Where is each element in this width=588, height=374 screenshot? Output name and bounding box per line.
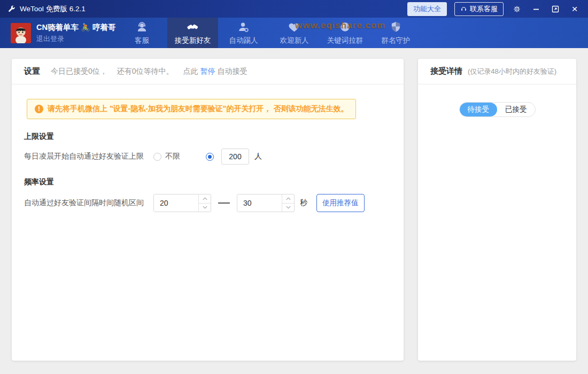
nav-item-auto-kick[interactable]: 自动踢人 bbox=[218, 18, 269, 48]
detail-subtitle: (仅记录48小时内的好友验证) bbox=[468, 67, 556, 76]
max-interval-field[interactable] bbox=[237, 194, 282, 212]
nav-item-label: 接受新好友 bbox=[175, 36, 211, 45]
radio-unlimited-circle[interactable] bbox=[153, 153, 161, 161]
min-interval-field[interactable] bbox=[154, 194, 198, 212]
min-interval-spinners bbox=[198, 194, 211, 212]
handshake-icon bbox=[187, 21, 199, 33]
navbar: CN骑着单车 🚴 哼着哥 退出登录 客服 bbox=[0, 18, 588, 48]
max-interval-spinners bbox=[282, 194, 294, 212]
frequency-row: 自动通过好友验证间隔时间随机区间 bbox=[24, 194, 391, 212]
status-auto-accept: 自动接受 bbox=[218, 67, 247, 76]
detail-panel: 接受详情 (仅记录48小时内的好友验证) 待接受 已接受 bbox=[418, 59, 576, 361]
bubble-icon bbox=[339, 21, 351, 33]
use-recommended-button[interactable]: 使用推荐值 bbox=[316, 194, 365, 212]
tab-pending[interactable]: 待接受 bbox=[460, 103, 498, 116]
user-meta: CN骑着单车 🚴 哼着哥 退出登录 bbox=[36, 22, 116, 44]
nav-item-accept-friends[interactable]: 接受新好友 bbox=[167, 18, 218, 48]
nav-item-label: 关键词拉群 bbox=[327, 36, 363, 45]
contact-support-button[interactable]: 联系客服 bbox=[454, 2, 504, 16]
nav-item-keyword-group[interactable]: 关键词拉群 bbox=[320, 18, 370, 48]
frequency-label: 自动通过好友验证间隔时间随机区间 bbox=[24, 198, 144, 208]
close-button[interactable]: × bbox=[569, 3, 581, 15]
nav-item-welcome[interactable]: 欢迎新人 bbox=[269, 18, 320, 48]
wetool-window: WeTool 免费版 6.2.1 功能大全 联系客服 bbox=[0, 0, 588, 374]
titlebar-left: WeTool 免费版 6.2.1 bbox=[7, 4, 86, 14]
nav-item-label: 群名守护 bbox=[382, 36, 411, 45]
titlebar-right: 功能大全 联系客服 bbox=[407, 2, 581, 16]
max-interval-input bbox=[237, 194, 295, 212]
settings-panel: 设置 今日已接受0位， 还有0位等待中。 点此 暂停 自动接受 ! 请先将手机微… bbox=[12, 59, 404, 361]
limit-row: 每日凌晨开始自动通过好友验证上限 不限 人 bbox=[24, 149, 391, 165]
settings-gear-icon[interactable] bbox=[511, 3, 523, 15]
warning-text: 请先将手机微信上 "设置-隐私-加我为朋友时需要验证"的开关打开， 否则该功能无… bbox=[48, 104, 348, 114]
nav-item-label: 欢迎新人 bbox=[280, 36, 309, 45]
frequency-section-title: 频率设置 bbox=[24, 177, 391, 187]
maximize-button[interactable] bbox=[550, 3, 561, 15]
spin-down-icon[interactable] bbox=[199, 204, 211, 212]
features-button[interactable]: 功能大全 bbox=[407, 2, 447, 16]
warning-banner: ! 请先将手机微信上 "设置-隐私-加我为朋友时需要验证"的开关打开， 否则该功… bbox=[27, 99, 356, 119]
username: CN骑着单车 🚴 哼着哥 bbox=[36, 22, 116, 33]
status-line: 今日已接受0位， 还有0位等待中。 点此 暂停 自动接受 bbox=[51, 67, 247, 76]
spin-down-icon[interactable] bbox=[282, 204, 294, 212]
detail-body: 待接受 已接受 bbox=[418, 84, 576, 117]
spin-up-icon[interactable] bbox=[282, 194, 294, 204]
settings-title: 设置 bbox=[24, 66, 40, 76]
radio-unlimited[interactable]: 不限 bbox=[153, 152, 180, 161]
heart-icon bbox=[288, 21, 300, 33]
contact-support-label: 联系客服 bbox=[470, 4, 498, 14]
limit-unit: 人 bbox=[254, 152, 262, 161]
min-interval-input bbox=[153, 194, 211, 212]
detail-title: 接受详情 bbox=[430, 66, 462, 76]
radio-unlimited-label: 不限 bbox=[165, 152, 180, 161]
nav-item-group-guard[interactable]: 群名守护 bbox=[370, 18, 421, 48]
logout-link[interactable]: 退出登录 bbox=[36, 34, 116, 44]
nav-item-label: 客服 bbox=[135, 36, 149, 45]
tab-accepted[interactable]: 已接受 bbox=[497, 103, 535, 116]
shield-icon bbox=[390, 21, 402, 33]
detail-header: 接受详情 (仅记录48小时内的好友验证) bbox=[418, 59, 576, 84]
frequency-unit: 秒 bbox=[300, 198, 307, 208]
wrench-icon bbox=[7, 5, 16, 13]
accept-status-toggle: 待接受 已接受 bbox=[459, 102, 536, 117]
status-click-here: 点此 bbox=[183, 67, 198, 76]
app-title: WeTool 免费版 6.2.1 bbox=[20, 4, 86, 14]
settings-header: 设置 今日已接受0位， 还有0位等待中。 点此 暂停 自动接受 bbox=[12, 59, 404, 84]
nav-item-label: 自动踢人 bbox=[229, 36, 258, 45]
spin-up-icon[interactable] bbox=[199, 194, 211, 204]
settings-body: ! 请先将手机微信上 "设置-隐私-加我为朋友时需要验证"的开关打开， 否则该功… bbox=[12, 84, 404, 212]
titlebar: WeTool 免费版 6.2.1 功能大全 联系客服 bbox=[0, 0, 588, 18]
status-waiting: 还有0位等待中。 bbox=[117, 67, 174, 76]
daily-limit-input[interactable] bbox=[221, 149, 249, 165]
radio-dot bbox=[208, 155, 212, 159]
range-dash bbox=[218, 202, 230, 204]
kick-user-icon bbox=[237, 21, 250, 33]
nav-item-customer-service[interactable]: 客服 bbox=[117, 18, 167, 48]
nav-items: 客服 接受新好友 自动踢人 bbox=[117, 18, 421, 48]
warning-icon: ! bbox=[35, 105, 43, 113]
minimize-button[interactable] bbox=[530, 3, 542, 15]
avatar bbox=[11, 23, 31, 43]
content-area: 设置 今日已接受0位， 还有0位等待中。 点此 暂停 自动接受 ! 请先将手机微… bbox=[0, 48, 588, 374]
limit-label: 每日凌晨开始自动通过好友验证上限 bbox=[24, 152, 144, 161]
headset-icon bbox=[460, 5, 467, 12]
pause-link[interactable]: 暂停 bbox=[200, 67, 215, 76]
user-block: CN骑着单车 🚴 哼着哥 退出登录 bbox=[0, 18, 117, 48]
headset-agent-icon bbox=[136, 21, 148, 33]
radio-limited[interactable] bbox=[206, 153, 214, 161]
status-accepted-today: 今日已接受0位， bbox=[51, 67, 107, 76]
limit-section-title: 上限设置 bbox=[24, 132, 391, 142]
